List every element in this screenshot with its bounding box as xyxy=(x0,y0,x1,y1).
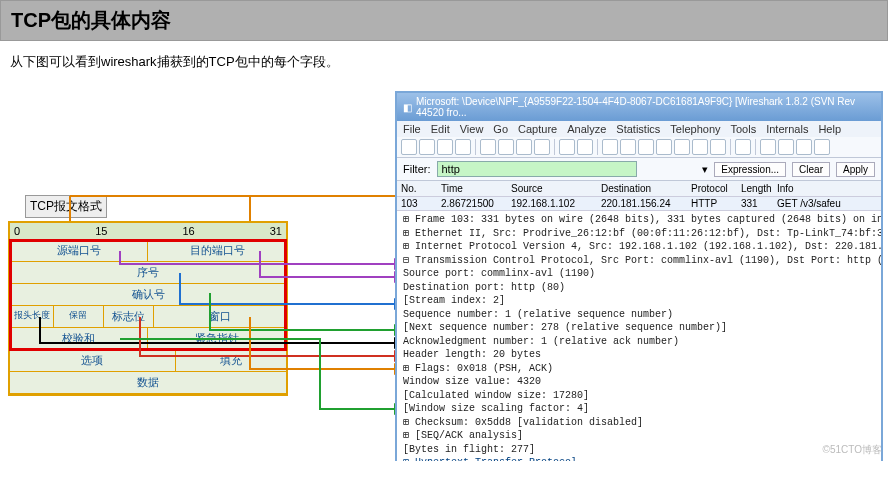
pkt-destination: 220.181.156.24 xyxy=(597,197,687,210)
detail-calc-window[interactable]: [Calculated window size: 17280] xyxy=(403,389,875,403)
detail-flags[interactable]: ⊞ Flags: 0x018 (PSH, ACK) xyxy=(403,362,875,376)
filter-apply-button[interactable]: Apply xyxy=(836,162,875,177)
tcp-diagram-caption: TCP报文格式 xyxy=(25,195,107,218)
wireshark-filter-bar: Filter: ▾ Expression... Clear Apply xyxy=(397,158,881,181)
tb-btn-19[interactable] xyxy=(760,139,776,155)
bit-15: 15 xyxy=(95,225,107,237)
pkt-source: 192.168.1.102 xyxy=(507,197,597,210)
field-options: 选项 xyxy=(10,350,176,371)
detail-dst-port[interactable]: Destination port: http (80) xyxy=(403,281,875,295)
packet-list-header: No. Time Source Destination Protocol Len… xyxy=(397,181,881,197)
menu-file[interactable]: File xyxy=(403,123,421,135)
detail-line[interactable]: ⊞ Ethernet II, Src: Prodrive_26:12:bf (0… xyxy=(403,227,875,241)
col-source[interactable]: Source xyxy=(507,182,597,195)
field-hdr-len: 报头长度 xyxy=(10,306,54,327)
menu-edit[interactable]: Edit xyxy=(431,123,450,135)
tb-btn-14[interactable] xyxy=(656,139,672,155)
tb-btn-16[interactable] xyxy=(692,139,708,155)
col-info[interactable]: Info xyxy=(773,182,881,195)
tb-btn-9[interactable] xyxy=(559,139,575,155)
tb-btn-22[interactable] xyxy=(814,139,830,155)
field-padding: 填充 xyxy=(176,350,286,371)
menu-internals[interactable]: Internals xyxy=(766,123,808,135)
tb-btn-18[interactable] xyxy=(735,139,751,155)
tb-btn-11[interactable] xyxy=(602,139,618,155)
wireshark-window: ◧ Microsoft: \Device\NPF_{A9559F22-1504-… xyxy=(395,91,883,461)
menu-view[interactable]: View xyxy=(460,123,484,135)
tcp-fixed-header-highlight: 源端口号 目的端口号 序号 确认号 报头长度 保留 标志位 窗口 校验和 紧急指… xyxy=(10,240,286,350)
tb-btn-15[interactable] xyxy=(674,139,690,155)
filter-input[interactable] xyxy=(437,161,637,177)
detail-ack[interactable]: Acknowledgment number: 1 (relative ack n… xyxy=(403,335,875,349)
detail-line[interactable]: ⊟ Transmission Control Protocol, Src Por… xyxy=(403,254,875,268)
field-checksum: 校验和 xyxy=(10,328,148,349)
tb-btn-20[interactable] xyxy=(778,139,794,155)
tb-btn-8[interactable] xyxy=(534,139,550,155)
detail-scale[interactable]: [Window size scaling factor: 4] xyxy=(403,402,875,416)
field-seq: 序号 xyxy=(10,262,286,283)
col-length[interactable]: Length xyxy=(737,182,773,195)
watermark: ©51CTO博客 xyxy=(823,443,882,457)
col-protocol[interactable]: Protocol xyxy=(687,182,737,195)
detail-window[interactable]: Window size value: 4320 xyxy=(403,375,875,389)
pkt-no: 103 xyxy=(397,197,437,210)
tb-btn-2[interactable] xyxy=(419,139,435,155)
tcp-header-diagram: TCP报文格式 0 15 16 31 源端口号 目的端口号 序号 确认号 报头长… xyxy=(8,221,288,396)
detail-hdr-len[interactable]: Header length: 20 bytes xyxy=(403,348,875,362)
bit-16: 16 xyxy=(182,225,194,237)
field-window: 窗口 xyxy=(154,306,287,327)
tb-btn-12[interactable] xyxy=(620,139,636,155)
menu-statistics[interactable]: Statistics xyxy=(616,123,660,135)
filter-dropdown-icon[interactable]: ▾ xyxy=(702,163,708,176)
bit-0: 0 xyxy=(14,225,20,237)
tb-btn-3[interactable] xyxy=(437,139,453,155)
detail-stream[interactable]: [Stream index: 2] xyxy=(403,294,875,308)
pkt-time: 2.86721500 xyxy=(437,197,507,210)
tb-btn-10[interactable] xyxy=(577,139,593,155)
wireshark-toolbar xyxy=(397,137,881,158)
detail-src-port[interactable]: Source port: commlinx-avl (1190) xyxy=(403,267,875,281)
col-time[interactable]: Time xyxy=(437,182,507,195)
field-flags: 标志位 xyxy=(104,306,154,327)
menu-analyze[interactable]: Analyze xyxy=(567,123,606,135)
detail-line[interactable]: ⊞ Internet Protocol Version 4, Src: 192.… xyxy=(403,240,875,254)
tb-btn-6[interactable] xyxy=(498,139,514,155)
bit-31: 31 xyxy=(270,225,282,237)
field-dst-port: 目的端口号 xyxy=(148,240,286,261)
tb-btn-4[interactable] xyxy=(455,139,471,155)
tb-btn-7[interactable] xyxy=(516,139,532,155)
detail-line[interactable]: ⊞ Frame 103: 331 bytes on wire (2648 bit… xyxy=(403,213,875,227)
wireshark-title: Microsoft: \Device\NPF_{A9559F22-1504-4F… xyxy=(416,96,875,118)
filter-expression-button[interactable]: Expression... xyxy=(714,162,786,177)
bit-ruler: 0 15 16 31 xyxy=(10,223,286,240)
menu-telephony[interactable]: Telephony xyxy=(670,123,720,135)
main-content: TCP报文格式 0 15 16 31 源端口号 目的端口号 序号 确认号 报头长… xyxy=(0,91,888,461)
col-destination[interactable]: Destination xyxy=(597,182,687,195)
detail-bytes-flight[interactable]: [Bytes in flight: 277] xyxy=(403,443,875,457)
field-urgent: 紧急指针 xyxy=(148,328,286,349)
detail-seqack[interactable]: ⊞ [SEQ/ACK analysis] xyxy=(403,429,875,443)
tb-btn-17[interactable] xyxy=(710,139,726,155)
detail-seq[interactable]: Sequence number: 1 (relative sequence nu… xyxy=(403,308,875,322)
filter-clear-button[interactable]: Clear xyxy=(792,162,830,177)
page-title-bar: TCP包的具体内容 xyxy=(0,0,888,41)
detail-http[interactable]: ⊞ Hypertext Transfer Protocol xyxy=(403,456,875,461)
detail-checksum[interactable]: ⊞ Checksum: 0x5dd8 [validation disabled] xyxy=(403,416,875,430)
menu-capture[interactable]: Capture xyxy=(518,123,557,135)
packet-row[interactable]: 103 2.86721500 192.168.1.102 220.181.156… xyxy=(397,197,881,210)
filter-label: Filter: xyxy=(403,163,431,175)
tb-btn-5[interactable] xyxy=(480,139,496,155)
page-title: TCP包的具体内容 xyxy=(11,9,171,31)
pkt-protocol: HTTP xyxy=(687,197,737,210)
tb-btn-1[interactable] xyxy=(401,139,417,155)
menu-help[interactable]: Help xyxy=(818,123,841,135)
packet-details-pane[interactable]: ⊞ Frame 103: 331 bytes on wire (2648 bit… xyxy=(397,210,881,461)
col-no[interactable]: No. xyxy=(397,182,437,195)
menu-go[interactable]: Go xyxy=(493,123,508,135)
detail-next-seq[interactable]: [Next sequence number: 278 (relative seq… xyxy=(403,321,875,335)
pkt-length: 331 xyxy=(737,197,773,210)
tb-btn-21[interactable] xyxy=(796,139,812,155)
wireshark-menubar: File Edit View Go Capture Analyze Statis… xyxy=(397,121,881,137)
menu-tools[interactable]: Tools xyxy=(731,123,757,135)
tb-btn-13[interactable] xyxy=(638,139,654,155)
